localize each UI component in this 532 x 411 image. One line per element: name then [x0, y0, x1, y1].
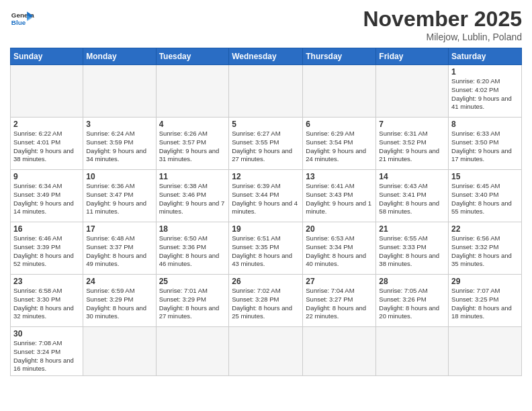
logo: General Blue: [10, 7, 34, 31]
day-info: Sunrise: 7:01 AM Sunset: 3:29 PM Dayligh…: [159, 287, 226, 321]
logo-icon: General Blue: [10, 7, 34, 31]
calendar-day-cell: 3Sunrise: 6:24 AM Sunset: 3:59 PM Daylig…: [83, 118, 156, 170]
calendar-week-row: 16Sunrise: 6:46 AM Sunset: 3:39 PM Dayli…: [11, 222, 522, 275]
calendar-day-cell: 19Sunrise: 6:51 AM Sunset: 3:35 PM Dayli…: [229, 222, 303, 275]
day-info: Sunrise: 6:39 AM Sunset: 3:44 PM Dayligh…: [232, 182, 300, 216]
day-number: 18: [159, 224, 226, 234]
day-info: Sunrise: 6:27 AM Sunset: 3:55 PM Dayligh…: [232, 130, 300, 164]
calendar-day-cell: [376, 327, 449, 376]
day-number: 16: [13, 224, 80, 234]
calendar-day-cell: 30Sunrise: 7:08 AM Sunset: 3:24 PM Dayli…: [11, 327, 83, 376]
day-info: Sunrise: 6:53 AM Sunset: 3:34 PM Dayligh…: [306, 234, 373, 269]
day-info: Sunrise: 6:38 AM Sunset: 3:46 PM Dayligh…: [159, 182, 226, 216]
calendar-day-cell: [11, 65, 83, 118]
calendar-day-cell: [449, 327, 522, 376]
calendar-day-cell: 7Sunrise: 6:31 AM Sunset: 3:52 PM Daylig…: [376, 118, 449, 170]
weekday-header-saturday: Saturday: [449, 48, 522, 65]
calendar-day-cell: 1Sunrise: 6:20 AM Sunset: 4:02 PM Daylig…: [449, 65, 522, 118]
calendar-day-cell: 12Sunrise: 6:39 AM Sunset: 3:44 PM Dayli…: [229, 170, 303, 222]
calendar-week-row: 2Sunrise: 6:22 AM Sunset: 4:01 PM Daylig…: [11, 118, 522, 170]
calendar-day-cell: 17Sunrise: 6:48 AM Sunset: 3:37 PM Dayli…: [83, 222, 156, 275]
calendar-day-cell: 5Sunrise: 6:27 AM Sunset: 3:55 PM Daylig…: [229, 118, 303, 170]
calendar-week-row: 1Sunrise: 6:20 AM Sunset: 4:02 PM Daylig…: [11, 65, 522, 118]
day-number: 5: [232, 120, 300, 129]
day-info: Sunrise: 6:58 AM Sunset: 3:30 PM Dayligh…: [13, 287, 80, 321]
day-info: Sunrise: 7:08 AM Sunset: 3:24 PM Dayligh…: [13, 339, 80, 373]
day-info: Sunrise: 6:20 AM Sunset: 4:02 PM Dayligh…: [451, 77, 519, 111]
day-info: Sunrise: 6:29 AM Sunset: 3:54 PM Dayligh…: [306, 130, 373, 164]
day-number: 19: [232, 224, 300, 234]
day-number: 4: [159, 120, 226, 129]
day-number: 8: [451, 120, 519, 129]
calendar-week-row: 23Sunrise: 6:58 AM Sunset: 3:30 PM Dayli…: [11, 275, 522, 327]
day-number: 10: [86, 172, 152, 181]
weekday-header-wednesday: Wednesday: [229, 48, 303, 65]
day-number: 3: [86, 120, 152, 129]
day-info: Sunrise: 6:50 AM Sunset: 3:36 PM Dayligh…: [159, 234, 226, 269]
calendar-week-row: 9Sunrise: 6:34 AM Sunset: 3:49 PM Daylig…: [11, 170, 522, 222]
day-number: 11: [159, 172, 226, 181]
day-number: 27: [306, 277, 373, 286]
day-number: 29: [451, 277, 519, 286]
calendar-day-cell: 22Sunrise: 6:56 AM Sunset: 3:32 PM Dayli…: [449, 222, 522, 275]
weekday-header-sunday: Sunday: [11, 48, 83, 65]
day-info: Sunrise: 6:34 AM Sunset: 3:49 PM Dayligh…: [13, 182, 80, 216]
weekday-header-friday: Friday: [376, 48, 449, 65]
calendar-table: SundayMondayTuesdayWednesdayThursdayFrid…: [10, 48, 522, 376]
calendar-week-row: 30Sunrise: 7:08 AM Sunset: 3:24 PM Dayli…: [11, 327, 522, 376]
calendar-day-cell: [229, 65, 303, 118]
day-number: 6: [306, 120, 373, 129]
title-block: November 2025 Milejow, Lublin, Poland: [363, 7, 522, 42]
location-title: Milejow, Lublin, Poland: [363, 32, 522, 42]
calendar-day-cell: [229, 327, 303, 376]
day-number: 23: [13, 277, 80, 286]
calendar-day-cell: 2Sunrise: 6:22 AM Sunset: 4:01 PM Daylig…: [11, 118, 83, 170]
calendar-day-cell: 16Sunrise: 6:46 AM Sunset: 3:39 PM Dayli…: [11, 222, 83, 275]
day-info: Sunrise: 7:04 AM Sunset: 3:27 PM Dayligh…: [306, 287, 373, 321]
day-info: Sunrise: 6:59 AM Sunset: 3:29 PM Dayligh…: [86, 287, 152, 321]
day-number: 28: [379, 277, 445, 286]
calendar-day-cell: 15Sunrise: 6:45 AM Sunset: 3:40 PM Dayli…: [449, 170, 522, 222]
day-info: Sunrise: 6:46 AM Sunset: 3:39 PM Dayligh…: [13, 234, 80, 269]
calendar-day-cell: 21Sunrise: 6:55 AM Sunset: 3:33 PM Dayli…: [376, 222, 449, 275]
calendar-day-cell: 8Sunrise: 6:33 AM Sunset: 3:50 PM Daylig…: [449, 118, 522, 170]
day-number: 12: [232, 172, 300, 181]
day-info: Sunrise: 6:56 AM Sunset: 3:32 PM Dayligh…: [451, 234, 519, 269]
day-number: 15: [451, 172, 519, 181]
day-info: Sunrise: 6:26 AM Sunset: 3:57 PM Dayligh…: [159, 130, 226, 164]
calendar-day-cell: 25Sunrise: 7:01 AM Sunset: 3:29 PM Dayli…: [156, 275, 229, 327]
day-number: 2: [13, 120, 80, 129]
calendar-day-cell: 18Sunrise: 6:50 AM Sunset: 3:36 PM Dayli…: [156, 222, 229, 275]
day-info: Sunrise: 6:41 AM Sunset: 3:43 PM Dayligh…: [306, 182, 373, 216]
svg-text:Blue: Blue: [11, 19, 26, 26]
calendar-day-cell: 29Sunrise: 7:07 AM Sunset: 3:25 PM Dayli…: [449, 275, 522, 327]
day-info: Sunrise: 7:05 AM Sunset: 3:26 PM Dayligh…: [379, 287, 445, 321]
day-number: 14: [379, 172, 445, 181]
calendar-day-cell: 26Sunrise: 7:02 AM Sunset: 3:28 PM Dayli…: [229, 275, 303, 327]
day-info: Sunrise: 6:22 AM Sunset: 4:01 PM Dayligh…: [13, 130, 80, 164]
calendar-day-cell: [156, 327, 229, 376]
day-info: Sunrise: 6:51 AM Sunset: 3:35 PM Dayligh…: [232, 234, 300, 269]
day-number: 24: [86, 277, 152, 286]
calendar-day-cell: [83, 327, 156, 376]
day-info: Sunrise: 6:33 AM Sunset: 3:50 PM Dayligh…: [451, 130, 519, 164]
calendar-day-cell: [156, 65, 229, 118]
weekday-header-monday: Monday: [83, 48, 156, 65]
calendar-day-cell: 23Sunrise: 6:58 AM Sunset: 3:30 PM Dayli…: [11, 275, 83, 327]
day-info: Sunrise: 7:02 AM Sunset: 3:28 PM Dayligh…: [232, 287, 300, 321]
calendar-day-cell: 24Sunrise: 6:59 AM Sunset: 3:29 PM Dayli…: [83, 275, 156, 327]
calendar-day-cell: 28Sunrise: 7:05 AM Sunset: 3:26 PM Dayli…: [376, 275, 449, 327]
calendar-day-cell: [303, 65, 376, 118]
calendar-day-cell: 14Sunrise: 6:43 AM Sunset: 3:41 PM Dayli…: [376, 170, 449, 222]
day-number: 20: [306, 224, 373, 234]
day-number: 9: [13, 172, 80, 181]
weekday-header-row: SundayMondayTuesdayWednesdayThursdayFrid…: [11, 48, 522, 65]
weekday-header-tuesday: Tuesday: [156, 48, 229, 65]
calendar-day-cell: [376, 65, 449, 118]
day-number: 21: [379, 224, 445, 234]
day-number: 13: [306, 172, 373, 181]
calendar-day-cell: [303, 327, 376, 376]
calendar-day-cell: 27Sunrise: 7:04 AM Sunset: 3:27 PM Dayli…: [303, 275, 376, 327]
day-number: 1: [451, 67, 519, 77]
calendar-day-cell: 4Sunrise: 6:26 AM Sunset: 3:57 PM Daylig…: [156, 118, 229, 170]
